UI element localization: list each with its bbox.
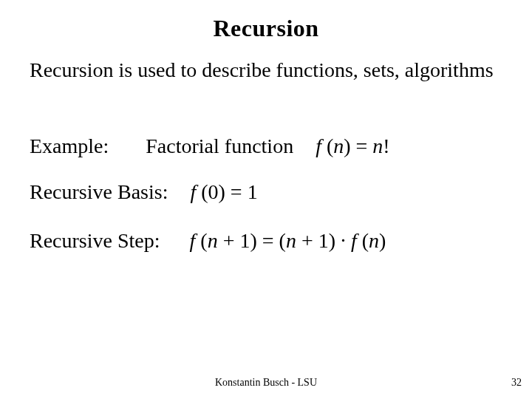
basis-formula: f (0) = 1 bbox=[190, 180, 257, 204]
example-text: Factorial function bbox=[146, 134, 293, 158]
basis-label: Recursive Basis: bbox=[30, 180, 168, 204]
slide: Recursion Recursion is used to describe … bbox=[0, 0, 532, 399]
example-row: Example: Factorial function f (n) = n! bbox=[30, 134, 502, 158]
basis-row: Recursive Basis: f (0) = 1 bbox=[30, 180, 502, 204]
footer-text: Konstantin Busch - LSU bbox=[0, 377, 532, 389]
example-formula: f (n) = n! bbox=[316, 134, 390, 158]
step-label: Recursive Step: bbox=[30, 229, 160, 253]
page-number: 32 bbox=[511, 377, 522, 389]
step-row: Recursive Step: f (n + 1) = (n + 1) · f … bbox=[30, 229, 502, 253]
example-label: Example: bbox=[30, 134, 109, 158]
slide-title: Recursion bbox=[30, 15, 502, 42]
intro-text: Recursion is used to describe functions,… bbox=[30, 57, 502, 83]
step-formula: f (n + 1) = (n + 1) · f (n) bbox=[190, 229, 386, 253]
